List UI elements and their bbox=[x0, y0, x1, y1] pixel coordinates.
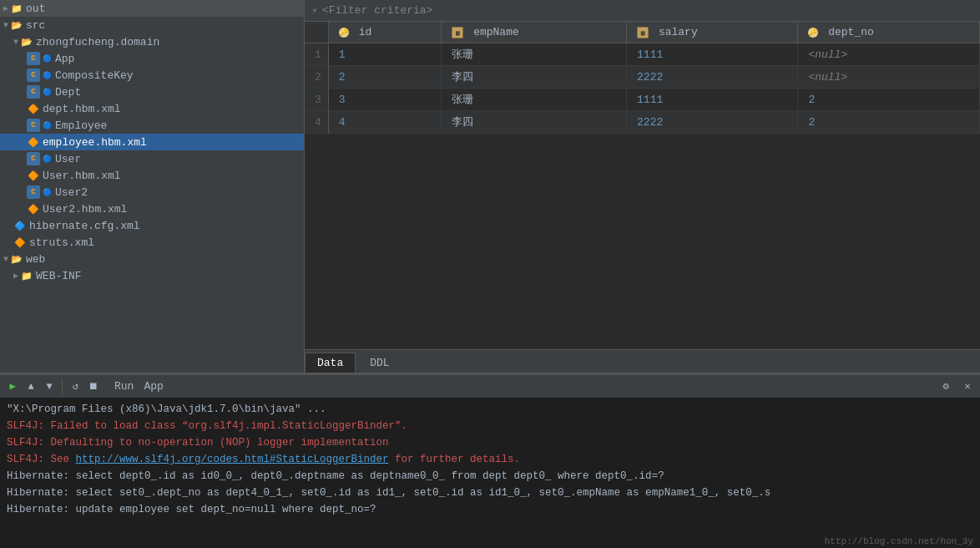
folder-icon: 📁 bbox=[10, 2, 23, 15]
tree-label: User2 bbox=[55, 186, 88, 199]
right-panel: ⚡ <Filter criteria> 🔑 id ▦ empName bbox=[305, 0, 980, 373]
interface-icon: 🔵 bbox=[43, 121, 52, 130]
tree-item-dept[interactable]: C 🔵 Dept bbox=[0, 84, 304, 100]
tree-item-user[interactable]: C 🔵 User bbox=[0, 150, 304, 167]
tree-label: User2.hbm.xml bbox=[43, 203, 127, 216]
row-num: 4 bbox=[305, 111, 328, 134]
tab-ddl[interactable]: DDL bbox=[357, 353, 402, 373]
data-table: 🔑 id ▦ empName ▦ salary 🔑 bbox=[305, 22, 980, 134]
cell-empname[interactable]: 李四 bbox=[442, 66, 627, 89]
log-pre: SLF4J: See bbox=[7, 454, 76, 465]
tree-item-app[interactable]: C 🔵 App bbox=[0, 50, 304, 67]
watermark: http://blog.csdn.net/hon_3y bbox=[0, 535, 980, 548]
tree-label: User bbox=[55, 153, 81, 165]
cell-id[interactable]: 1 bbox=[328, 43, 442, 66]
run-icon[interactable]: ▶ bbox=[3, 378, 22, 396]
down-arrow-btn[interactable]: ▼ bbox=[40, 378, 58, 396]
tree-label: zhongfucheng.domain bbox=[36, 36, 159, 48]
tree-item-user-hbm[interactable]: 🔶 User.hbm.xml bbox=[0, 167, 304, 184]
up-arrow-btn[interactable]: ▲ bbox=[22, 378, 40, 396]
row-num: 2 bbox=[305, 66, 328, 89]
cell-deptno[interactable]: <null> bbox=[798, 43, 980, 66]
run-label[interactable]: Run bbox=[109, 380, 139, 393]
table-row: 1 1 张珊 1111 <null> bbox=[305, 43, 980, 66]
tree-item-src[interactable]: ▼ 📂 src bbox=[0, 17, 304, 33]
console-body: "X:\Program Files (x86)\Java\jdk1.7.0\bi… bbox=[0, 398, 980, 535]
table-header-row: 🔑 id ▦ empName ▦ salary 🔑 bbox=[305, 22, 980, 43]
cell-salary[interactable]: 1111 bbox=[627, 43, 798, 66]
log-line-5: Hibernate: select dept0_.id as id0_0_, d… bbox=[7, 468, 973, 485]
tree-item-user2[interactable]: C 🔵 User2 bbox=[0, 184, 304, 200]
tree-label: WEB-INF bbox=[36, 270, 82, 282]
tree-item-employee[interactable]: C 🔵 Employee bbox=[0, 117, 304, 134]
cell-id[interactable]: 3 bbox=[328, 89, 442, 111]
table-tabs: Data DDL bbox=[305, 349, 980, 373]
data-table-area: 🔑 id ▦ empName ▦ salary 🔑 bbox=[305, 22, 980, 349]
folder-open-icon: 📂 bbox=[10, 18, 23, 32]
log-line-4: SLF4J: See http://www.slf4j.org/codes.ht… bbox=[7, 451, 973, 468]
hide-btn[interactable]: ✕ bbox=[958, 378, 977, 396]
cfg-icon: 🔷 bbox=[13, 219, 27, 232]
tree-item-struts[interactable]: 🔶 struts.xml bbox=[0, 234, 304, 251]
cell-empname[interactable]: 张珊 bbox=[442, 89, 627, 111]
log-line-2: SLF4J: Failed to load class “org.slf4j.i… bbox=[7, 418, 973, 434]
col-empname-label: empName bbox=[473, 26, 519, 38]
col-header-deptno[interactable]: 🔑 dept_no bbox=[798, 22, 980, 43]
tree-item-webinf[interactable]: ▶ 📁 WEB-INF bbox=[0, 267, 304, 284]
xml-icon: 🔶 bbox=[13, 236, 27, 249]
cell-salary[interactable]: 2222 bbox=[627, 111, 798, 134]
cell-empname[interactable]: 张珊 bbox=[442, 43, 627, 66]
log-link[interactable]: http://www.slf4j.org/codes.html#StaticLo… bbox=[76, 454, 389, 465]
tree-item-user2-hbm[interactable]: 🔶 User2.hbm.xml bbox=[0, 200, 304, 217]
xml-icon: 🔶 bbox=[27, 169, 40, 182]
java-icon: C bbox=[27, 119, 40, 132]
java-icon: C bbox=[27, 185, 40, 199]
cell-id[interactable]: 4 bbox=[328, 111, 442, 134]
filter-icon: ⚡ bbox=[311, 4, 318, 18]
col-header-id[interactable]: 🔑 id bbox=[328, 22, 442, 43]
cell-deptno[interactable]: 2 bbox=[798, 111, 980, 134]
log-line-6: Hibernate: select set0_.dept_no as dept4… bbox=[7, 485, 973, 501]
tree-label: User.hbm.xml bbox=[43, 170, 121, 182]
table-row: 3 3 张珊 1111 2 bbox=[305, 89, 980, 111]
tree-item-domain[interactable]: ▼ 📂 zhongfucheng.domain bbox=[0, 33, 304, 50]
row-num-header bbox=[305, 22, 328, 43]
cell-salary[interactable]: 2222 bbox=[627, 66, 798, 89]
divider bbox=[62, 378, 63, 395]
tab-data[interactable]: Data bbox=[305, 353, 356, 373]
interface-icon: 🔵 bbox=[43, 54, 52, 63]
console-area: ▶ ▲ ▼ ↺ ⏹ Run App ⚙ ✕ "X:\Program Files … bbox=[0, 373, 980, 548]
cell-deptno[interactable]: 2 bbox=[798, 89, 980, 111]
cell-salary[interactable]: 1111 bbox=[627, 89, 798, 111]
cell-id[interactable]: 2 bbox=[328, 66, 442, 89]
tree-item-web[interactable]: ▼ 📂 web bbox=[0, 251, 304, 267]
tree-label: web bbox=[26, 253, 45, 266]
key-icon: 🔑 bbox=[808, 28, 818, 38]
settings-btn[interactable]: ⚙ bbox=[937, 378, 955, 396]
file-tree: ▶ 📁 out ▼ 📂 src ▼ 📂 zhongfucheng.domain … bbox=[0, 0, 305, 373]
filter-bar: ⚡ <Filter criteria> bbox=[305, 0, 980, 22]
col-header-salary[interactable]: ▦ salary bbox=[627, 22, 798, 43]
interface-icon: 🔵 bbox=[43, 155, 52, 164]
rerun-btn[interactable]: ↺ bbox=[66, 378, 84, 396]
app-label[interactable]: App bbox=[139, 380, 168, 393]
filter-placeholder[interactable]: <Filter criteria> bbox=[322, 4, 433, 17]
col-deptno-label: dept_no bbox=[828, 26, 874, 38]
cell-empname[interactable]: 李四 bbox=[442, 111, 627, 134]
tree-label: Dept bbox=[55, 86, 81, 99]
tree-item-dept-hbm[interactable]: 🔶 dept.hbm.xml bbox=[0, 100, 304, 117]
folder-icon: 📁 bbox=[20, 269, 33, 282]
arrow-icon: ▼ bbox=[3, 255, 8, 264]
tree-item-out[interactable]: ▶ 📁 out bbox=[0, 0, 304, 17]
stop-btn[interactable]: ⏹ bbox=[84, 378, 103, 396]
tree-label: dept.hbm.xml bbox=[43, 103, 121, 115]
col-header-empname[interactable]: ▦ empName bbox=[442, 22, 627, 43]
tree-item-hibernate-cfg[interactable]: 🔷 hibernate.cfg.xml bbox=[0, 217, 304, 234]
tree-item-compositekey[interactable]: C 🔵 CompositeKey bbox=[0, 67, 304, 84]
console-header: ▶ ▲ ▼ ↺ ⏹ Run App ⚙ ✕ bbox=[0, 374, 980, 398]
cell-deptno[interactable]: <null> bbox=[798, 66, 980, 89]
log-line-7: Hibernate: update employee set dept_no=n… bbox=[7, 501, 973, 518]
arrow-icon: ▼ bbox=[3, 21, 8, 30]
row-num: 1 bbox=[305, 43, 328, 66]
tree-item-employee-hbm[interactable]: 🔶 employee.hbm.xml bbox=[0, 134, 304, 150]
